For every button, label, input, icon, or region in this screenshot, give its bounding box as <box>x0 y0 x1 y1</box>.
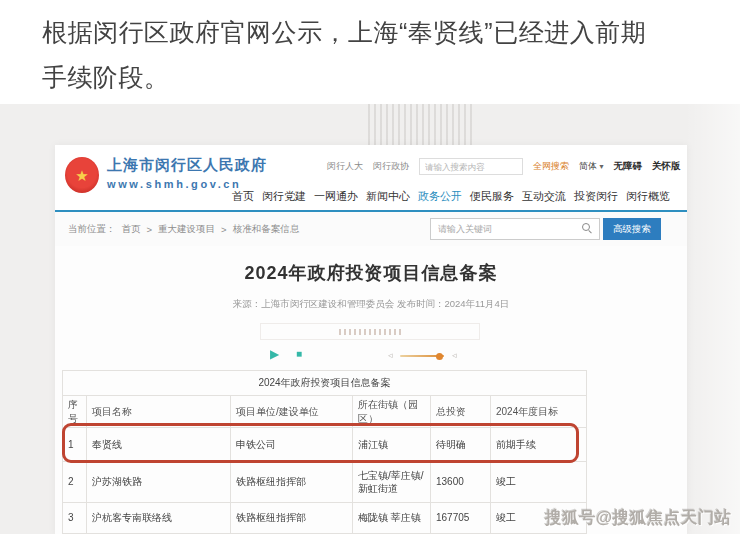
cell-index: 2 <box>63 462 87 503</box>
volume-high-icon: ◃ <box>452 350 457 360</box>
cell-target: 竣工 <box>491 462 587 503</box>
col-header-investment: 总投资 <box>431 396 491 428</box>
nav-invest-minhang[interactable]: 投资闵行 <box>574 189 618 204</box>
cell-project-name: 沪苏湖铁路 <box>87 462 231 503</box>
table-row-huhang-link-line: 3 沪杭客专南联络线 铁路枢纽指挥部 梅陇镇 莘庄镇 167705 竣工 <box>63 503 587 534</box>
caption-line-2: 手续阶段。 <box>42 55 714 100</box>
cell-project-name: 奉贤线 <box>87 428 231 462</box>
cell-investment: 167705 <box>431 503 491 534</box>
nav-party-building[interactable]: 闵行党建 <box>262 189 306 204</box>
page: 根据闵行区政府官网公示，上海“奉贤线”已经进入前期 手续阶段。 ★ 上海市闵行区… <box>0 0 740 534</box>
header-utility-links: 闵行人大 闵行政协 全网搜索 简体 ▾ 无障碍 关怀版 <box>327 158 681 175</box>
breadcrumb-label: 当前位置： <box>68 223 116 236</box>
audio-player-title-box <box>260 323 480 340</box>
caption-line-1: 根据闵行区政府官网公示，上海“奉贤线”已经进入前期 <box>42 10 714 55</box>
breadcrumb-separator: > <box>147 224 153 235</box>
star-icon: ★ <box>75 168 88 183</box>
nav-home[interactable]: 首页 <box>232 189 254 204</box>
table-row-fengxian-line: 1 奉贤线 申铁公司 浦江镇 待明确 前期手续 <box>63 428 587 462</box>
nav-public-services[interactable]: 便民服务 <box>470 189 514 204</box>
cell-target: 前期手续 <box>491 428 587 462</box>
cell-unit: 铁路枢纽指挥部 <box>231 503 353 534</box>
play-icon[interactable]: ▶ <box>270 347 279 361</box>
breadcrumb-filing-info[interactable]: 核准和备案信息 <box>233 223 300 236</box>
audio-title-illegible-text <box>339 329 401 335</box>
cell-unit: 申铁公司 <box>231 428 353 462</box>
care-version-button[interactable]: 关怀版 <box>652 160 681 173</box>
main-nav: 首页 闵行党建 一网通办 新闻中心 政务公开 便民服务 互动交流 投资闵行 闵行… <box>232 189 670 204</box>
breadcrumb-bar: 当前位置： 首页 > 重大建设项目 > 核准和备案信息 高级搜索 <box>55 212 687 246</box>
table-row-husuhu-railway: 2 沪苏湖铁路 铁路枢纽指挥部 七宝镇/莘庄镇/新虹街道 13600 竣工 <box>63 462 587 503</box>
volume-low-icon: ◃ <box>388 350 393 360</box>
sitewide-search-button[interactable]: 全网搜索 <box>533 160 569 173</box>
col-header-unit: 项目单位/建设单位 <box>231 396 353 428</box>
audio-player-controls: ▶ ■ ◃ ◃ <box>260 344 480 366</box>
language-label: 简体 <box>579 161 597 171</box>
stop-icon[interactable]: ■ <box>296 348 302 359</box>
breadcrumb-home[interactable]: 首页 <box>122 223 141 236</box>
nav-interaction[interactable]: 互动交流 <box>522 189 566 204</box>
table-header-row: 序号 项目名称 项目单位/建设单位 所在街镇（园区） 总投资 2024年度目标 <box>63 396 587 428</box>
header-search-input[interactable] <box>419 158 523 175</box>
cell-town: 浦江镇 <box>353 428 431 462</box>
nav-news-center[interactable]: 新闻中心 <box>366 189 410 204</box>
search-icon[interactable] <box>582 223 590 231</box>
cell-index: 1 <box>63 428 87 462</box>
cell-investment: 13600 <box>431 462 491 503</box>
cell-investment: 待明确 <box>431 428 491 462</box>
nav-one-stop-service[interactable]: 一网通办 <box>314 189 358 204</box>
article-caption: 根据闵行区政府官网公示，上海“奉贤线”已经进入前期 手续阶段。 <box>42 10 714 100</box>
breadcrumb: 当前位置： 首页 > 重大建设项目 > 核准和备案信息 <box>68 223 299 236</box>
site-header: ★ 上海市闵行区人民政府 www.shmh.gov.cn 闵行人大 闵行政协 全… <box>55 145 687 210</box>
breadcrumb-separator: > <box>221 224 227 235</box>
site-url[interactable]: www.shmh.gov.cn <box>107 178 241 190</box>
projects-table: 2024年政府投资项目信息备案 序号 项目名称 项目单位/建设单位 所在街镇（园… <box>62 370 587 534</box>
keyword-search-input[interactable] <box>430 218 600 240</box>
col-header-project-name: 项目名称 <box>87 396 231 428</box>
site-title[interactable]: 上海市闵行区人民政府 <box>107 156 267 175</box>
cell-project-name: 沪杭客专南联络线 <box>87 503 231 534</box>
volume-slider[interactable] <box>400 355 444 357</box>
gov-website-screenshot: ★ 上海市闵行区人民政府 www.shmh.gov.cn 闵行人大 闵行政协 全… <box>55 145 687 534</box>
chevron-down-icon: ▾ <box>600 162 604 171</box>
table-caption: 2024年政府投资项目信息备案 <box>63 371 587 396</box>
article-meta: 来源：上海市闵行区建设和管理委员会 发布时间：2024年11月4日 <box>55 298 687 311</box>
link-minhang-peoples-congress[interactable]: 闵行人大 <box>327 160 363 173</box>
accessibility-button[interactable]: 无障碍 <box>614 160 643 173</box>
volume-slider-handle[interactable] <box>436 353 443 360</box>
nav-gov-affairs-open[interactable]: 政务公开 <box>418 189 462 204</box>
cell-town: 梅陇镇 莘庄镇 <box>353 503 431 534</box>
link-minhang-cppcc[interactable]: 闵行政协 <box>373 160 409 173</box>
backdrop-right-fade <box>685 104 740 534</box>
cell-index: 3 <box>63 503 87 534</box>
page-title: 2024年政府投资项目信息备案 <box>55 261 687 285</box>
audio-player: ▶ ■ ◃ ◃ <box>260 323 480 366</box>
col-header-index: 序号 <box>63 396 87 428</box>
col-header-2024-target: 2024年度目标 <box>491 396 587 428</box>
watermark: 搜狐号@搜狐焦点天门站 <box>545 507 732 529</box>
national-emblem-logo: ★ <box>65 157 99 193</box>
breadcrumb-major-projects[interactable]: 重大建设项目 <box>158 223 215 236</box>
projects-table-wrap: 2024年政府投资项目信息备案 序号 项目名称 项目单位/建设单位 所在街镇（园… <box>62 370 586 534</box>
advanced-search-button[interactable]: 高级搜索 <box>603 218 661 240</box>
language-selector[interactable]: 简体 ▾ <box>579 160 604 173</box>
col-header-town: 所在街镇（园区） <box>353 396 431 428</box>
cell-unit: 铁路枢纽指挥部 <box>231 462 353 503</box>
nav-minhang-overview[interactable]: 闵行概览 <box>626 189 670 204</box>
cell-town: 七宝镇/莘庄镇/新虹街道 <box>353 462 431 503</box>
